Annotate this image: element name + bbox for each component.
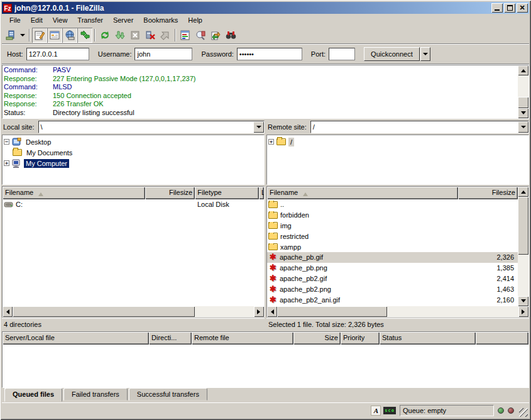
file-row-c-drive[interactable]: C: Local Disk	[3, 199, 264, 210]
column-header-filename[interactable]: Filename	[3, 187, 145, 199]
scroll-track[interactable]	[387, 306, 518, 317]
tree-item-my-computer[interactable]: My Computer	[4, 158, 263, 169]
column-header-local-file[interactable]: Server/Local file	[3, 332, 149, 345]
column-label: Filename	[5, 189, 33, 199]
synchronized-browsing-button[interactable]	[208, 28, 223, 43]
expand-icon[interactable]	[4, 160, 9, 166]
maximize-button[interactable]	[504, 3, 515, 13]
quickconnect-button[interactable]: Quickconnect	[364, 47, 420, 61]
column-header-filetype[interactable]: Filetype	[195, 187, 259, 199]
remote-site-dropdown[interactable]	[518, 121, 528, 133]
scroll-up-button[interactable]	[518, 187, 528, 197]
collapse-icon[interactable]	[4, 139, 9, 145]
tree-item-desktop[interactable]: Desktop	[4, 136, 263, 147]
arrow-left-icon	[4, 309, 9, 314]
tab-successful-transfers[interactable]: Successful transfers	[129, 388, 207, 401]
folder-row[interactable]: img	[267, 221, 518, 231]
toggle-message-log-button[interactable]	[32, 28, 47, 43]
column-header-status[interactable]: Status	[380, 332, 476, 345]
log-scrollbar[interactable]	[518, 65, 528, 118]
minimize-button[interactable]	[491, 3, 503, 13]
tree-item-label[interactable]: Desktop	[24, 138, 53, 146]
quickconnect-dropdown[interactable]	[420, 47, 430, 61]
arrow-left-icon	[268, 309, 274, 314]
column-header-priority[interactable]: Priority	[341, 332, 380, 345]
scroll-down-button[interactable]	[518, 296, 528, 306]
scroll-track[interactable]	[518, 255, 528, 296]
menu-transfer[interactable]: Transfer	[72, 15, 108, 25]
toggle-remote-tree-button[interactable]	[62, 28, 77, 43]
column-header-filesize[interactable]: Filesize	[458, 187, 518, 199]
resize-grip[interactable]	[519, 408, 528, 417]
directory-comparison-button[interactable]	[193, 28, 208, 43]
tree-item-label[interactable]: My Computer	[24, 159, 69, 168]
menu-bar: File Edit View Transfer Server Bookmarks…	[2, 14, 529, 26]
scroll-track[interactable]	[518, 75, 528, 97]
file-row[interactable]: apache_pb2.gif2,414	[267, 274, 518, 284]
menu-bookmarks[interactable]: Bookmarks	[138, 15, 183, 25]
scroll-right-button[interactable]	[518, 306, 528, 317]
password-input[interactable]	[237, 48, 302, 60]
column-header-direction[interactable]: Directi...	[149, 332, 192, 345]
folder-row[interactable]: forbidden	[267, 210, 518, 221]
disconnect-button[interactable]	[143, 28, 158, 43]
folder-row[interactable]: restricted	[267, 231, 518, 241]
column-header-filesize[interactable]: Filesize	[145, 187, 195, 199]
tab-failed-transfers[interactable]: Failed transfers	[63, 388, 128, 401]
remote-site-combobox[interactable]: /	[310, 121, 529, 133]
column-header-remote-file[interactable]: Remote file	[192, 332, 293, 345]
local-horizontal-scrollbar[interactable]	[3, 306, 264, 317]
port-input[interactable]	[329, 48, 355, 60]
filter-button[interactable]	[178, 28, 193, 43]
folder-row[interactable]: ..	[267, 199, 518, 210]
toggle-queue-button[interactable]	[77, 28, 92, 43]
close-button[interactable]: ✕	[517, 3, 528, 13]
local-site-combobox[interactable]: \	[38, 121, 265, 133]
cancel-button[interactable]	[128, 28, 143, 43]
log-label: Command:	[4, 66, 53, 75]
expand-icon[interactable]	[268, 139, 274, 145]
file-row[interactable]: apache_pb2_ani.gif2,160	[267, 294, 518, 305]
menu-server[interactable]: Server	[108, 15, 138, 25]
menu-file[interactable]: File	[4, 15, 26, 25]
remote-horizontal-scrollbar[interactable]	[267, 306, 528, 317]
tree-item-label[interactable]: /	[288, 138, 294, 146]
column-header-lastmodified[interactable]: L	[259, 187, 264, 199]
file-row[interactable]: apache_pb.png1,385	[267, 263, 518, 274]
remote-vertical-scrollbar[interactable]	[518, 187, 528, 306]
scroll-thumb[interactable]	[518, 197, 528, 255]
column-header-size[interactable]: Size	[293, 332, 341, 345]
scroll-up-button[interactable]	[518, 65, 528, 75]
site-manager-button[interactable]	[3, 28, 18, 43]
file-row-selected[interactable]: apache_pb.gif2,326	[267, 252, 518, 263]
scroll-thumb[interactable]	[13, 306, 195, 317]
find-files-button[interactable]	[223, 28, 238, 43]
queue-body[interactable]	[3, 345, 528, 387]
menu-help[interactable]: Help	[183, 15, 207, 25]
scroll-track[interactable]	[195, 306, 254, 317]
scroll-thumb[interactable]	[518, 97, 528, 108]
scroll-right-button[interactable]	[254, 306, 264, 317]
scroll-thumb[interactable]	[277, 306, 387, 317]
tree-item-root[interactable]: /	[268, 136, 527, 147]
menu-edit[interactable]: Edit	[26, 15, 48, 25]
reconnect-button[interactable]	[158, 28, 173, 43]
menu-view[interactable]: View	[48, 15, 73, 25]
host-input[interactable]	[26, 48, 89, 60]
process-queue-button[interactable]	[112, 28, 128, 43]
site-manager-dropdown[interactable]	[18, 28, 27, 43]
scroll-left-button[interactable]	[267, 306, 277, 317]
refresh-button[interactable]	[97, 28, 112, 43]
tab-queued-files[interactable]: Queued files	[4, 388, 62, 402]
username-input[interactable]	[134, 48, 192, 60]
file-row[interactable]: apache_pb2.png1,463	[267, 284, 518, 294]
folder-row[interactable]: xampp	[267, 241, 518, 252]
column-header-filename[interactable]: Filename	[267, 187, 458, 199]
local-site-dropdown[interactable]	[253, 121, 264, 133]
tree-item-label[interactable]: My Documents	[25, 148, 74, 157]
scroll-left-button[interactable]	[3, 306, 13, 317]
toggle-local-tree-button[interactable]	[47, 28, 62, 43]
tree-item-my-documents[interactable]: My Documents	[4, 147, 263, 158]
title-bar[interactable]: Fz john@127.0.0.1 - FileZilla ✕	[2, 2, 529, 14]
scroll-down-button[interactable]	[518, 108, 528, 118]
